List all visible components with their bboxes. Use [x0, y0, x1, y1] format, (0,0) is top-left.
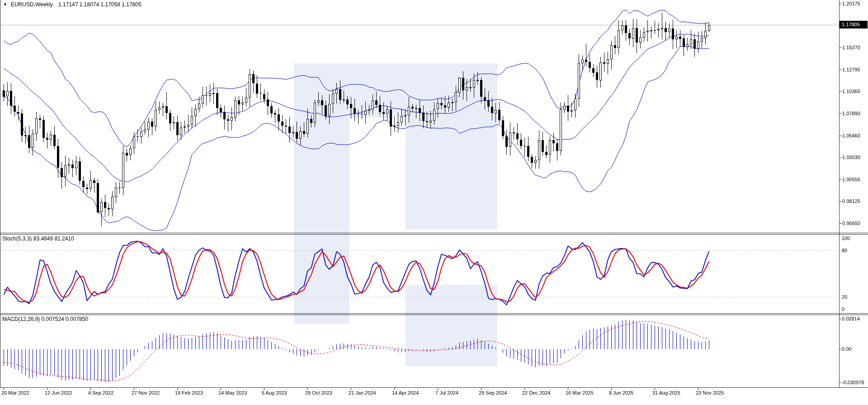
time-axis-label: 22 Dec 2024 [522, 390, 550, 396]
chart-title: ▼EURUSD,Weekly1.17147 1.18074 1.17058 1.… [3, 1, 142, 8]
price-axis-label: 1.10365 [842, 88, 860, 94]
price-axis-label: 1.05460 [842, 132, 860, 139]
macd-indicator-label: MACD(12,26,9) 0.007524 0.007850 [2, 316, 88, 323]
time-axis-label: 7 Jul 2024 [435, 390, 458, 396]
macd-panel[interactable] [0, 316, 839, 387]
price-axis-label: 1.00555 [842, 176, 860, 183]
price-axis-label: 0.95650 [842, 220, 860, 226]
trading-chart-window: ▼EURUSD,Weekly1.17147 1.18074 1.17058 1.… [0, 0, 868, 405]
stoch-axis-label: 100 [842, 235, 850, 241]
stochastic-panel[interactable] [0, 235, 839, 313]
stoch-axis-label: 0 [842, 306, 844, 312]
price-axis-label: 1.03030 [842, 154, 860, 160]
time-axis-label: 14 May 2023 [218, 390, 247, 396]
stochastic-indicator-label: Stoch(5,3,3) 83.4849 81.2410 [2, 235, 74, 242]
price-axis-label: 1.07890 [842, 110, 860, 117]
ohlc-readout: 1.17147 1.18074 1.17058 1.17805 [58, 1, 142, 8]
time-axis-label: 16 Mar 2025 [566, 390, 594, 396]
macd-axis-label: -0.030978 [842, 379, 864, 386]
time-axis-label: 12 Jun 2022 [45, 390, 72, 396]
price-axis-label: 1.15270 [842, 44, 860, 51]
time-axis-label: 14 Apr 2024 [392, 390, 419, 396]
time-axis-label: 23 Nov 2025 [696, 390, 724, 396]
time-axis-label: 6 Aug 2023 [262, 390, 287, 396]
time-axis-label: 19 Feb 2023 [175, 390, 203, 396]
time-axis-label: 27 Nov 2022 [132, 390, 160, 396]
price-axis-label: 0.98125 [842, 198, 860, 204]
main-chart-panel[interactable] [0, 0, 839, 233]
time-axis-label: 29 Sep 2024 [479, 390, 507, 396]
time-axis-label: 29 Oct 2023 [305, 390, 332, 396]
time-axis-label: 31 Aug 2025 [652, 390, 680, 396]
current-price-tag: 1.17805 [840, 21, 868, 28]
price-axis-label: 1.20175 [842, 0, 860, 7]
time-axis-label: 21 Jan 2024 [349, 390, 376, 396]
price-axis-label: 1.12795 [842, 66, 860, 73]
symbol-dropdown-icon[interactable]: ▼ [3, 2, 7, 7]
macd-axis-label: 0.02814 [842, 316, 860, 322]
stoch-axis-label: 20 [842, 294, 847, 300]
time-axis-label: 4 Sep 2022 [88, 390, 113, 396]
stoch-axis-label: 80 [842, 247, 847, 254]
time-axis-label: 20 Mar 2022 [1, 390, 29, 396]
symbol-period-label: EURUSD,Weekly [11, 1, 53, 8]
time-axis-label: 8 Jun 2025 [609, 390, 633, 396]
macd-axis-label: 0.00 [842, 346, 851, 352]
